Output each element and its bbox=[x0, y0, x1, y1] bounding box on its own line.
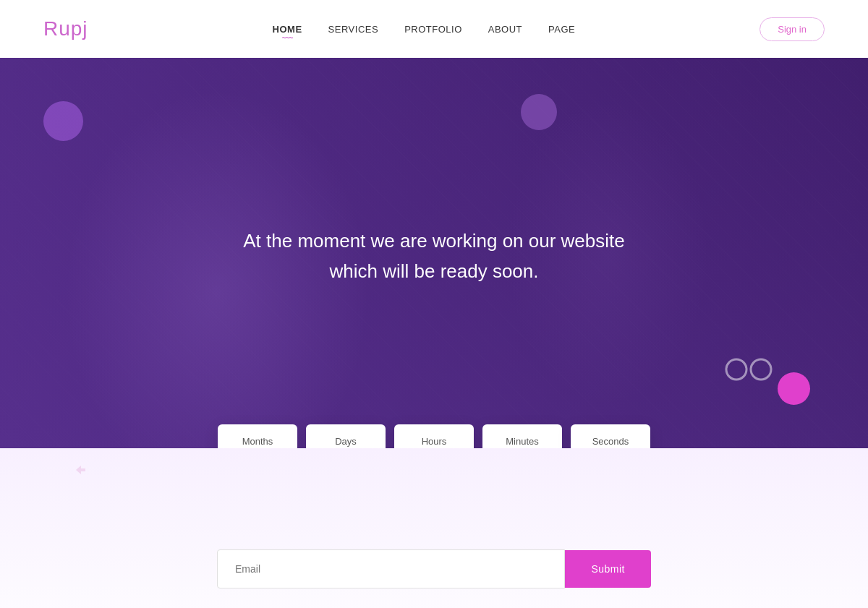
header: Rupj HOME SERVICES PROTFOLIO ABOUT PAGE … bbox=[0, 0, 868, 58]
nav-services[interactable]: SERVICES bbox=[328, 24, 379, 35]
svg-point-0 bbox=[726, 359, 746, 380]
hero-text-container: At the moment we are working on our webs… bbox=[217, 226, 651, 286]
deco-circle-2 bbox=[521, 94, 557, 130]
hero-title: At the moment we are working on our webs… bbox=[217, 226, 651, 286]
email-input[interactable] bbox=[217, 549, 565, 588]
deco-circle-3 bbox=[778, 372, 810, 405]
nav-about[interactable]: ABOUT bbox=[488, 24, 522, 35]
months-label: Months bbox=[235, 436, 280, 447]
submit-button[interactable]: Submit bbox=[565, 550, 651, 588]
svg-point-1 bbox=[751, 359, 771, 380]
nav-home[interactable]: HOME bbox=[273, 24, 302, 35]
logo: Rupj bbox=[43, 17, 88, 40]
seconds-label: Seconds bbox=[588, 436, 633, 447]
nav-page[interactable]: PAGE bbox=[548, 24, 575, 35]
hero-section: At the moment we are working on our webs… bbox=[0, 58, 868, 448]
hours-label: Hours bbox=[412, 436, 456, 447]
nav: HOME SERVICES PROTFOLIO ABOUT PAGE bbox=[273, 24, 576, 35]
arrow-icon-left bbox=[72, 463, 87, 481]
deco-rings bbox=[723, 351, 774, 390]
below-hero-section: Submit f in ○ v bbox=[0, 448, 868, 608]
nav-portfolio[interactable]: PROTFOLIO bbox=[404, 24, 462, 35]
minutes-label: Minutes bbox=[500, 436, 545, 447]
email-form: Submit bbox=[217, 549, 651, 588]
deco-circle-1 bbox=[43, 101, 83, 141]
days-label: Days bbox=[323, 436, 368, 447]
signin-button[interactable]: Sign in bbox=[760, 17, 825, 41]
